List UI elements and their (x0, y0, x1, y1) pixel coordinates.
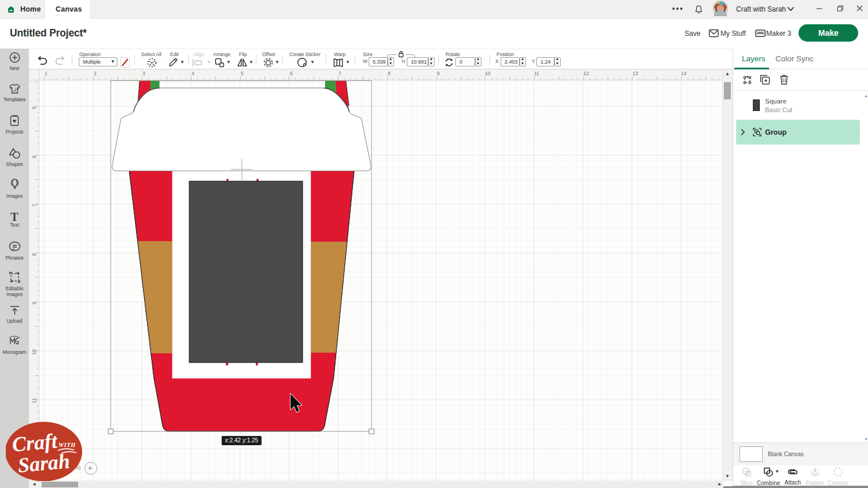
svg-text:Sarah: Sarah (17, 449, 71, 477)
svg-text:WITH: WITH (58, 442, 76, 448)
